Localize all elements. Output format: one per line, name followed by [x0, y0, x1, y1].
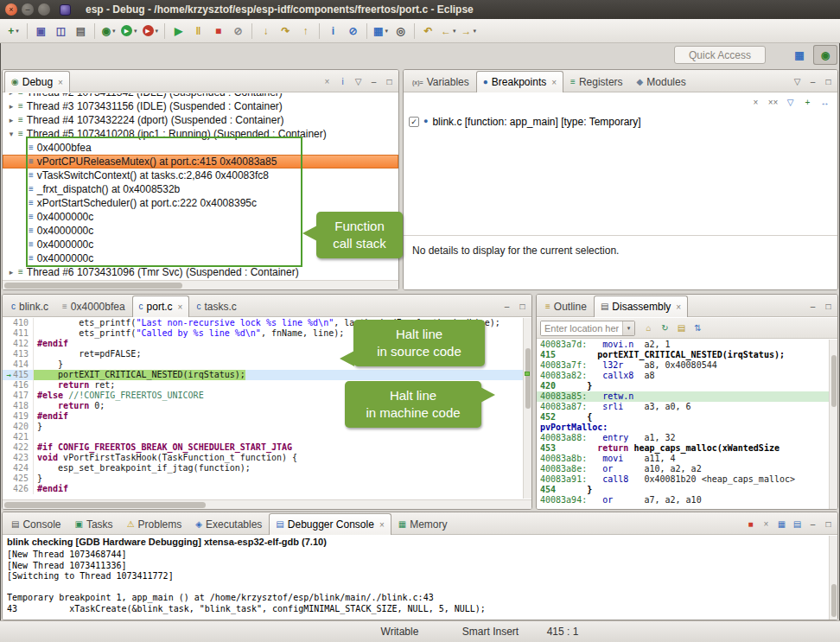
view-tab-debugger-console-close[interactable]: × [379, 520, 385, 530]
code-line-417[interactable]: 417#else //!CONFIG_FREERTOS_UNICORE [3, 391, 523, 401]
disassembly-line[interactable]: 40083a8e: or a10, a2, a2 [537, 464, 829, 474]
code-line-422[interactable]: 422#if CONFIG_FREERTOS_BREAK_ON_SCHEDULE… [3, 442, 523, 453]
source-editor[interactable]: 410 ets_printf("Last non-recursive lock … [3, 318, 523, 499]
overview-ruler-halt-mark[interactable] [525, 372, 530, 376]
minimize-icon[interactable]: – [805, 74, 820, 89]
breakpoint-item[interactable]: ✓ ● blink.c [function: app_main] [type: … [409, 114, 641, 129]
step-return-icon[interactable]: ↑ [296, 22, 315, 41]
remove-all-terminated-icon[interactable]: × [320, 74, 334, 89]
view-tab-debug-close[interactable]: × [58, 78, 63, 87]
view-tab-memory[interactable]: ▦Memory [391, 513, 455, 535]
goto-pc-icon[interactable]: ⌂ [641, 321, 656, 335]
twistie-collapsed-icon[interactable]: ▸ [6, 93, 16, 97]
view-tab-outline[interactable]: ≡Outline [538, 296, 594, 317]
debug-icon-dropdown[interactable]: ▾ [112, 28, 116, 35]
save-all-icon[interactable]: ◫ [52, 22, 70, 41]
instruction-stepping-icon[interactable]: i [324, 22, 342, 41]
location-dropdown-icon[interactable]: ▾ [622, 321, 634, 336]
disassembly-line[interactable]: 415 portEXIT_CRITICAL_NESTED(irqStatus); [537, 350, 829, 360]
save-icon[interactable]: ▣ [32, 22, 50, 41]
code-line-412[interactable]: 412#endif [3, 339, 523, 349]
minimize-icon[interactable]: – [500, 299, 514, 314]
disassembly-line[interactable]: 40083a87: srli a3, a0, 6 [537, 402, 829, 412]
code-line-423[interactable]: 423void vPortFirstTaskHook(TaskFunction_… [3, 453, 523, 463]
debug-icon[interactable]: ◉▾ [99, 22, 118, 41]
editor-tab-blink-c[interactable]: cblink.c [4, 296, 55, 317]
editor-tab-0x4000bfea[interactable]: ≡0x4000bfea [55, 296, 132, 317]
view-tab-disassembly[interactable]: ▤Disassembly× [594, 296, 688, 317]
breakpoint-checkbox[interactable]: ✓ [409, 117, 419, 127]
step-over-icon[interactable]: ↷ [277, 22, 295, 41]
debug-thread-row[interactable]: ▾≡Thread #5 1073410208 (ipc1 : Running) … [3, 127, 398, 141]
sync-selection-icon[interactable]: ⇅ [690, 321, 705, 335]
debug-stack-frame-row[interactable]: ≡0x4000000c [3, 251, 398, 265]
debug-stack-frame-row[interactable]: ≡vPortCPUReleaseMutex() at port.c:415 0x… [3, 155, 398, 168]
disassembly-line[interactable]: 40083a94: or a7, a2, a10 [537, 495, 829, 505]
twistie-collapsed-icon[interactable]: ▸ [6, 268, 16, 277]
cpp-perspective-button[interactable]: ▦ [787, 45, 811, 65]
new-c-project-icon-dropdown[interactable]: ▾ [385, 28, 388, 35]
view-tab-breakpoints-close[interactable]: × [551, 78, 557, 87]
maximize-icon[interactable]: □ [382, 74, 397, 89]
quick-access-box[interactable]: Quick Access [674, 46, 766, 64]
view-tab-modules[interactable]: ◆Modules [630, 71, 693, 92]
code-line-421[interactable]: 421 [3, 432, 523, 442]
twistie-expanded-icon[interactable]: ▾ [6, 130, 16, 138]
editor-vscroll-thumb[interactable] [525, 348, 531, 409]
twistie-collapsed-icon[interactable]: ▸ [6, 102, 16, 111]
editor-hscroll-thumb[interactable] [4, 502, 206, 508]
run-icon[interactable]: ▶▾ [119, 22, 139, 41]
terminate-icon[interactable]: ■ [743, 517, 758, 531]
skip-all-breakpoints-icon[interactable]: ⊘ [344, 22, 362, 41]
debug-thread-row[interactable]: ▸≡Thread #2 1073411342 (IDLE) (Suspended… [3, 93, 398, 99]
disassembly-line[interactable]: 453 return heap_caps_malloc(xWantedSize [537, 443, 829, 454]
view-tab-breakpoints[interactable]: ●Breakpoints× [476, 71, 563, 92]
maximize-icon[interactable]: □ [515, 299, 530, 314]
forward-icon-dropdown[interactable]: ▾ [474, 28, 477, 35]
disassembly-location-input[interactable] [541, 321, 622, 335]
editor-tab-tasks-c[interactable]: ctasks.c [189, 296, 243, 317]
disassembly-line[interactable]: 454 } [537, 485, 829, 495]
external-tools-icon-dropdown[interactable]: ▾ [156, 28, 159, 35]
debug-stack-frame-row[interactable]: ≡0x4000000c [3, 224, 398, 238]
console-output[interactable]: [New Thread 1073468744][New Thread 10734… [7, 547, 824, 618]
window-close-button[interactable]: × [5, 3, 17, 16]
debug-hscrollbar[interactable] [3, 280, 398, 289]
resume-icon[interactable]: ▶ [169, 22, 188, 41]
back-icon-dropdown[interactable]: ▾ [453, 28, 456, 35]
minimize-icon[interactable]: – [805, 517, 820, 531]
code-line-418[interactable]: 418 return 0; [3, 401, 523, 411]
disassembly-vscroll-thumb[interactable] [831, 355, 837, 407]
remove-launch-icon[interactable]: × [759, 517, 773, 531]
disconnect-icon[interactable]: ⊘ [229, 22, 247, 41]
debug-stack-frame-row[interactable]: ≡0x4000bfea [3, 141, 398, 155]
disassembly-line[interactable]: 420 } [537, 381, 829, 391]
code-line-419[interactable]: 419#endif [3, 411, 523, 422]
debug-hscroll-thumb[interactable] [4, 283, 182, 289]
window-maximize-button[interactable] [38, 3, 50, 16]
view-menu-icon[interactable]: ▽ [790, 74, 805, 89]
view-tab-registers[interactable]: ≡Registers [563, 71, 630, 92]
minimize-icon[interactable]: – [366, 74, 381, 89]
run-icon-dropdown[interactable]: ▾ [134, 28, 137, 35]
editor-hscrollbar[interactable] [3, 499, 531, 509]
code-line-425[interactable]: 425} [3, 474, 523, 484]
last-edit-location-icon[interactable]: ↶ [419, 22, 437, 41]
code-line-416[interactable]: 416 return ret; [3, 380, 523, 391]
debug-stack-frame-row[interactable]: ≡0x4000000c [3, 238, 398, 251]
code-line-420[interactable]: 420} [3, 422, 523, 432]
disassembly-vscrollbar[interactable] [829, 340, 837, 509]
debug-perspective-button[interactable]: ◉ [813, 45, 837, 65]
debug-stack-frame-row[interactable]: ≡xPortStartScheduler() at port.c:222 0x4… [3, 196, 398, 210]
remove-breakpoint-icon[interactable]: × [748, 95, 763, 110]
forward-icon[interactable]: →▾ [460, 22, 479, 41]
disassembly-line[interactable]: 452 { [537, 412, 829, 423]
editor-tab-port-c[interactable]: cport.c× [132, 296, 190, 317]
disassembly-line[interactable]: 40083a91: call8 0x40081b20 <heap_caps_ma… [537, 474, 829, 485]
code-line-426[interactable]: 426#endif [3, 484, 523, 494]
editor-vscrollbar[interactable] [523, 318, 531, 499]
disassembly-line[interactable]: pvPortMalloc: [537, 423, 829, 433]
display-console-icon[interactable]: ▦ [774, 517, 789, 531]
step-into-icon[interactable]: ↓ [257, 22, 275, 41]
maximize-icon[interactable]: □ [821, 299, 836, 314]
